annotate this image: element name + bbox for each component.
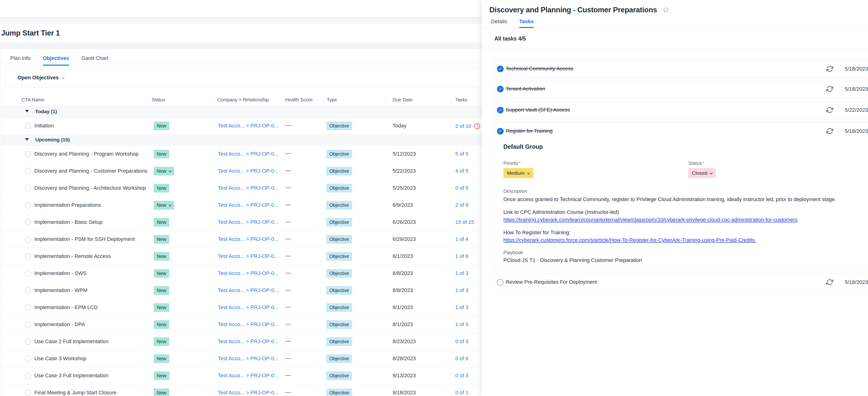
row-checkbox[interactable] xyxy=(25,168,31,174)
table-row[interactable]: Discovery and Planning - Customer Prepar… xyxy=(1,163,482,180)
tasks-count-link[interactable]: 0 of 3 xyxy=(455,372,468,379)
table-row[interactable]: Discovery and Planning - Program Worksho… xyxy=(1,146,482,163)
row-checkbox[interactable] xyxy=(25,304,31,311)
task-row[interactable]: Review Pre-Requisites For Deployment5/18… xyxy=(494,274,868,291)
status-badge[interactable]: New xyxy=(154,201,174,210)
cta-name: Discovery and Planning - Architecture Wo… xyxy=(34,185,146,191)
group-row-upcoming-15-[interactable]: Upcoming (15) xyxy=(1,134,482,146)
tasks-count-link[interactable]: 15 of 15 xyxy=(455,219,474,225)
company-relationship-link[interactable]: Test Acco... > PRJ-OP-0... xyxy=(218,390,278,396)
table-row[interactable]: InitiationNewTest Acco... > PRJ-OP-0...—… xyxy=(1,118,482,134)
table-row[interactable]: Implementation - SWSNewTest Acco... > PR… xyxy=(1,265,482,282)
tasks-count-link[interactable]: 5 of 5 xyxy=(455,151,468,157)
row-checkbox[interactable] xyxy=(25,322,31,328)
header-separator xyxy=(282,94,282,106)
table-row[interactable]: Final Meeting & Jump Start ClosureNewTes… xyxy=(1,385,482,396)
overdue-clock-icon xyxy=(473,123,480,130)
company-relationship-link[interactable]: Test Acco... > PRJ-OP-0... xyxy=(218,219,278,225)
company-relationship-link[interactable]: Test Acco... > PRJ-OP-0... xyxy=(218,151,278,157)
company-relationship-link[interactable]: Test Acco... > PRJ-OP-0... xyxy=(218,236,278,242)
row-checkbox[interactable] xyxy=(25,270,31,277)
health-score-value: — xyxy=(285,372,291,378)
table-row[interactable]: Discovery and Planning - Architecture Wo… xyxy=(1,180,482,197)
tasks-count-link[interactable]: 1 of 6 xyxy=(455,253,468,260)
table-row[interactable]: Implementation - Basic SetupNewTest Acco… xyxy=(1,214,482,231)
tasks-count-text: 5 of 5 xyxy=(455,151,468,157)
task-title: Tenant Activation xyxy=(506,86,545,92)
priority-dropdown[interactable]: Medium xyxy=(503,168,533,178)
task-completed-check-icon[interactable]: ✓ xyxy=(497,66,504,72)
tasks-count-link[interactable]: 1 of 4 xyxy=(455,236,468,242)
task-completed-check-icon[interactable]: ✓ xyxy=(497,86,504,92)
status-badge: New xyxy=(154,184,169,192)
group-row-today-1-[interactable]: Today (1) xyxy=(1,106,482,118)
table-row[interactable]: Implementation - Remote AccessNewTest Ac… xyxy=(1,248,482,265)
cta-name: Implementation Preparations xyxy=(34,202,101,208)
table-row[interactable]: Implementation - EPM LCDNewTest Acco... … xyxy=(1,299,482,316)
table-row[interactable]: Use Case 3 WorkshopNewTest Acco... > PRJ… xyxy=(1,350,482,367)
company-relationship-link[interactable]: Test Acco... > PRJ-OP-0... xyxy=(218,253,278,260)
table-row[interactable]: Use Case 2 Full ImplementationNewTest Ac… xyxy=(1,333,482,350)
company-relationship-link[interactable]: Test Acco... > PRJ-OP-0... xyxy=(218,123,278,129)
row-checkbox[interactable] xyxy=(25,236,31,243)
row-checkbox[interactable] xyxy=(25,253,31,260)
column-header-cta-name: CTA Name xyxy=(22,97,44,102)
company-relationship-link[interactable]: Test Acco... > PRJ-OP-0... xyxy=(218,287,278,294)
task-row[interactable]: ✓Support Vault (SFE) Access5/22/2023 xyxy=(494,101,868,119)
table-row[interactable]: Use Case 3 Full ImplementationNewTest Ac… xyxy=(1,367,482,385)
row-checkbox[interactable] xyxy=(25,202,31,208)
row-checkbox[interactable] xyxy=(25,219,31,225)
status-dropdown[interactable]: Closed xyxy=(688,168,716,178)
tasks-count-link[interactable]: 1 of 3 xyxy=(455,287,468,294)
row-checkbox[interactable] xyxy=(25,287,31,294)
status-badge[interactable]: New xyxy=(154,167,174,176)
tasks-count-link[interactable]: 1 of 5 xyxy=(455,322,468,328)
company-relationship-link[interactable]: Test Acco... > PRJ-OP-0... xyxy=(218,168,278,174)
table-row[interactable]: Implementation - WPMNewTest Acco... > PR… xyxy=(1,282,482,299)
tasks-count-link[interactable]: 0 of 6 xyxy=(455,356,468,362)
company-relationship-link[interactable]: Test Acco... > PRJ-OP-0... xyxy=(218,322,278,328)
drawer-tab-details[interactable]: Details xyxy=(491,19,507,28)
task-completed-check-icon[interactable]: ✓ xyxy=(497,128,504,134)
tasks-count-link[interactable]: 0 of 3 xyxy=(455,338,468,345)
company-relationship-link[interactable]: Test Acco... > PRJ-OP-0... xyxy=(218,338,278,345)
task-row[interactable]: ✓Technical Community Access5/18/2023 xyxy=(494,60,868,78)
tasks-count-link[interactable]: 4 of 5 xyxy=(455,168,468,174)
row-checkbox[interactable] xyxy=(25,390,31,396)
tab-objectives[interactable]: Objectives xyxy=(43,55,69,66)
table-row[interactable]: Implementation - DPANewTest Acco... > PR… xyxy=(1,316,482,333)
row-checkbox[interactable] xyxy=(25,338,31,345)
tasks-count-link[interactable]: 2 of 10 xyxy=(455,123,480,130)
tasks-count-link[interactable]: 0 of 1 xyxy=(455,390,468,396)
tasks-count-text: 2 of 10 xyxy=(455,123,471,129)
table-row[interactable]: Implementation PreparationsNewTest Acco.… xyxy=(1,197,482,214)
objectives-filter-dropdown[interactable]: Open Objectives xyxy=(5,68,484,87)
row-checkbox[interactable] xyxy=(25,185,31,191)
task-open-circle-icon[interactable] xyxy=(497,279,504,286)
company-relationship-link[interactable]: Test Acco... > PRJ-OP-0... xyxy=(218,270,278,276)
row-checkbox[interactable] xyxy=(25,356,31,362)
cpc-course-link[interactable]: https://training.cyberark.com/learn/cour… xyxy=(503,217,868,223)
tasks-count-link[interactable]: 1 of 3 xyxy=(455,304,468,310)
star-icon[interactable] xyxy=(662,6,670,14)
company-relationship-link[interactable]: Test Acco... > PRJ-OP-0... xyxy=(218,372,278,379)
row-checkbox[interactable] xyxy=(25,151,31,157)
drawer-tab-tasks[interactable]: Tasks xyxy=(519,19,534,28)
task-row[interactable]: ✓Tenant Activation5/18/2023 xyxy=(494,80,868,98)
tasks-count-link[interactable]: 1 of 3 xyxy=(455,270,468,276)
company-relationship-link[interactable]: Test Acco... > PRJ-OP-0... xyxy=(218,356,278,362)
tasks-count-link[interactable]: 0 of 9 xyxy=(455,185,468,191)
register-training-link[interactable]: https://cyberark-customers.force.com/s/a… xyxy=(503,237,868,243)
tab-plan-info[interactable]: Plan info xyxy=(10,55,31,66)
company-relationship-link[interactable]: Test Acco... > PRJ-OP-0... xyxy=(218,185,278,191)
task-completed-check-icon[interactable]: ✓ xyxy=(497,107,504,114)
company-relationship-link[interactable]: Test Acco... > PRJ-OP-0... xyxy=(218,202,278,208)
tasks-count-link[interactable]: 2 of 9 xyxy=(455,202,468,208)
table-row[interactable]: Implementation - PSM for SSH DeploymentN… xyxy=(1,231,482,248)
company-relationship-link[interactable]: Test Acco... > PRJ-OP-0... xyxy=(218,304,278,310)
tab-gantt-chart[interactable]: Gantt Chart xyxy=(82,55,108,66)
status-badge: New xyxy=(154,371,169,380)
task-row[interactable]: ✓Register for Training5/18/2023 xyxy=(494,122,868,140)
row-checkbox[interactable] xyxy=(25,123,31,129)
row-checkbox[interactable] xyxy=(25,372,31,379)
